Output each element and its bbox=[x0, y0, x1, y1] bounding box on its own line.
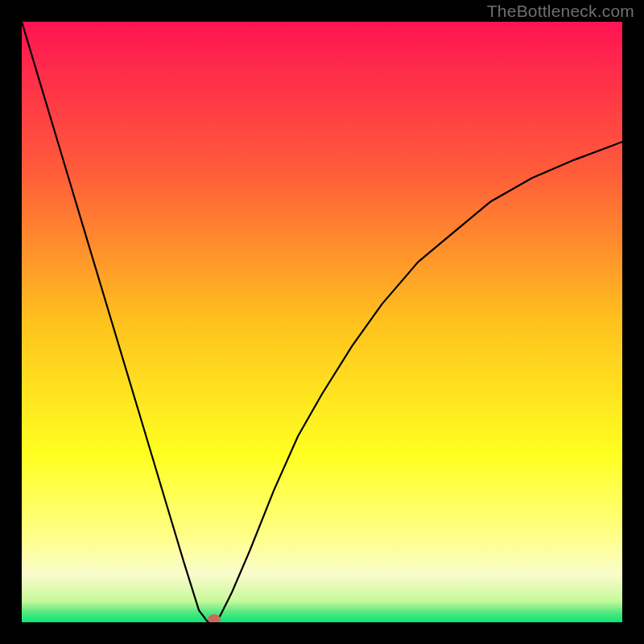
optimum-marker bbox=[208, 614, 221, 622]
bottleneck-curve bbox=[22, 22, 622, 622]
plot-area bbox=[22, 22, 622, 622]
chart-frame: TheBottleneck.com bbox=[0, 0, 644, 644]
watermark-text: TheBottleneck.com bbox=[487, 2, 634, 21]
